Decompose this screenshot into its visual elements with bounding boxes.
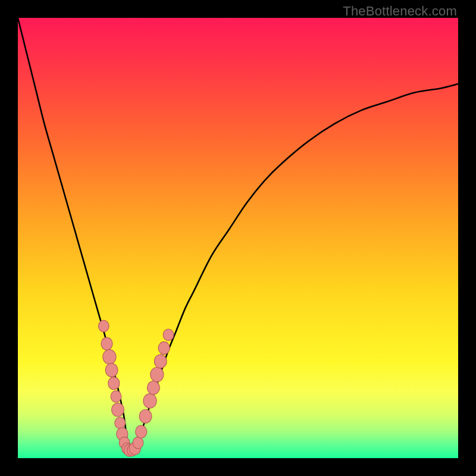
data-marker [105,364,118,377]
data-marker [112,403,124,416]
data-marker [151,367,164,381]
curve-markers [98,320,174,456]
data-marker [101,337,112,350]
data-marker [115,417,126,429]
plot-area [18,18,458,458]
curve-layer [18,18,458,458]
data-marker [133,437,143,449]
data-marker [154,355,167,368]
data-marker [108,377,120,390]
watermark-label: TheBottleneck.com [343,4,457,19]
data-marker [148,381,160,394]
data-marker [158,342,170,354]
data-marker [163,329,174,341]
data-marker [111,391,121,403]
data-marker [136,425,147,438]
data-marker [98,320,109,332]
data-marker [103,350,116,364]
outer-frame: TheBottleneck.com [0,0,476,476]
bottleneck-curve [18,18,458,450]
data-marker [143,394,156,408]
data-marker [139,409,152,423]
